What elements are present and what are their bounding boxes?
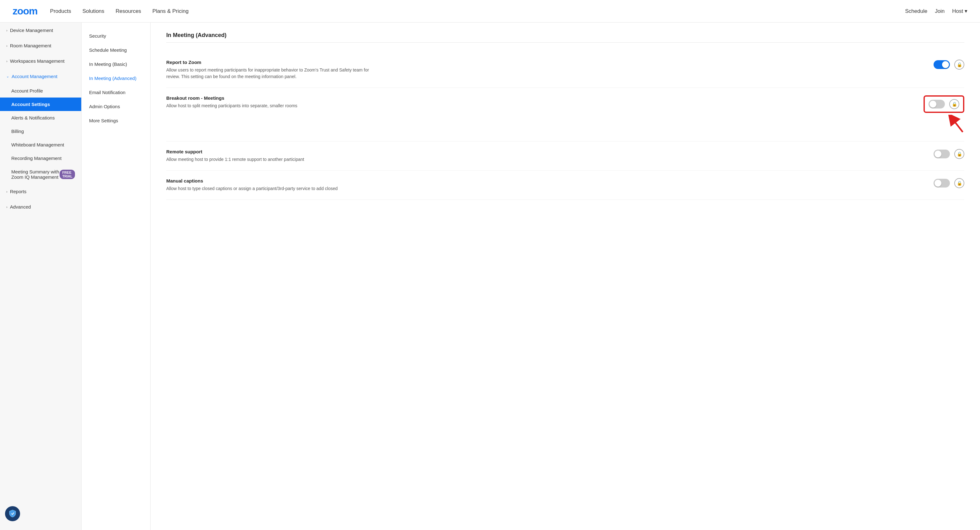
sidebar: › Device Management › Room Management › …	[0, 22, 81, 530]
breakout-room-highlight-box: 🔒	[924, 95, 964, 113]
chevron-icon: ›	[6, 190, 8, 194]
nav-products[interactable]: Products	[50, 8, 71, 14]
setting-controls-manual-captions: 🔒	[934, 178, 964, 188]
nav-plans-pricing[interactable]: Plans & Pricing	[153, 8, 189, 14]
setting-row-remote-support: Remote support Allow meeting host to pro…	[166, 141, 964, 171]
nav-right: Schedule Join Host ▾	[905, 8, 967, 14]
chevron-icon: ›	[6, 44, 8, 48]
setting-desc: Allow meeting host to provide 1:1 remote…	[166, 156, 380, 163]
setting-row-breakout-room: Breakout room - Meetings Allow host to s…	[166, 88, 964, 141]
mid-item-in-meeting-advanced[interactable]: In Meeting (Advanced)	[81, 71, 150, 85]
sidebar-child-badge-container: Meeting Summary with Zoom IQ Management …	[11, 169, 75, 180]
lock-icon-remote-support[interactable]: 🔒	[954, 149, 964, 159]
free-trial-badge: FREE TRIAL	[60, 170, 75, 179]
mid-item-admin-options[interactable]: Admin Options	[81, 99, 150, 114]
setting-desc: Allow host to type closed captions or as…	[166, 185, 380, 192]
sidebar-item-label: Workspaces Management	[10, 58, 65, 63]
mid-column: Security Schedule Meeting In Meeting (Ba…	[81, 22, 151, 530]
mid-item-more-settings[interactable]: More Settings	[81, 114, 150, 128]
sidebar-item-label: Reports	[10, 189, 27, 194]
setting-name: Manual captions	[166, 178, 380, 184]
mid-item-security[interactable]: Security	[81, 29, 150, 43]
setting-controls-remote-support: 🔒	[934, 149, 964, 159]
sidebar-item-label: Account Management	[12, 74, 57, 79]
nav-schedule[interactable]: Schedule	[905, 8, 927, 14]
meeting-summary-label: Meeting Summary with Zoom IQ Management	[11, 169, 60, 180]
sidebar-item-account-profile[interactable]: Account Profile	[0, 84, 81, 98]
nav-links: Products Solutions Resources Plans & Pri…	[50, 8, 905, 14]
sidebar-item-device-management[interactable]: › Device Management	[0, 22, 81, 38]
sidebar-item-billing[interactable]: Billing	[0, 124, 81, 138]
sidebar-item-advanced[interactable]: › Advanced	[0, 199, 81, 214]
setting-info-report-to-zoom: Report to Zoom Allow users to report mee…	[166, 60, 380, 80]
sidebar-item-account-management[interactable]: ⌄ Account Management	[0, 69, 81, 84]
chevron-icon: ›	[6, 205, 8, 209]
toggle-manual-captions[interactable]	[934, 179, 950, 187]
section-title: In Meeting (Advanced)	[166, 32, 964, 43]
mid-item-schedule-meeting[interactable]: Schedule Meeting	[81, 43, 150, 57]
nav-join[interactable]: Join	[935, 8, 945, 14]
toggle-knob	[934, 151, 942, 157]
chevron-icon: ›	[6, 29, 8, 32]
toggle-report-to-zoom[interactable]	[934, 60, 950, 69]
lock-icon-breakout-room[interactable]: 🔒	[949, 99, 959, 109]
main-layout: › Device Management › Room Management › …	[0, 22, 980, 530]
lock-icon-manual-captions[interactable]: 🔒	[954, 178, 964, 188]
sidebar-section-reports: › Reports	[0, 184, 81, 199]
sidebar-item-meeting-summary[interactable]: Meeting Summary with Zoom IQ Management …	[0, 165, 81, 184]
red-arrow-container	[945, 115, 964, 133]
sidebar-section-workspaces: › Workspaces Management	[0, 53, 81, 69]
sidebar-item-label: Advanced	[10, 204, 31, 209]
security-shield-badge[interactable]	[5, 506, 20, 521]
toggle-knob	[929, 101, 936, 108]
main-content: In Meeting (Advanced) Report to Zoom All…	[151, 22, 980, 530]
sidebar-section-account: ⌄ Account Management Account Profile Acc…	[0, 69, 81, 184]
setting-info-manual-captions: Manual captions Allow host to type close…	[166, 178, 380, 192]
nav-resources[interactable]: Resources	[116, 8, 141, 14]
setting-controls-report-to-zoom: 🔒	[934, 60, 964, 70]
mid-item-in-meeting-basic[interactable]: In Meeting (Basic)	[81, 57, 150, 71]
chevron-down-icon: ⌄	[6, 74, 9, 78]
setting-info-remote-support: Remote support Allow meeting host to pro…	[166, 149, 380, 163]
zoom-logo[interactable]: zoom	[13, 5, 38, 17]
sidebar-item-workspaces-management[interactable]: › Workspaces Management	[0, 53, 81, 69]
sidebar-item-label: Device Management	[10, 28, 53, 33]
sidebar-item-whiteboard-management[interactable]: Whiteboard Management	[0, 138, 81, 151]
sidebar-section-room: › Room Management	[0, 38, 81, 53]
setting-row-report-to-zoom: Report to Zoom Allow users to report mee…	[166, 52, 964, 88]
toggle-remote-support[interactable]	[934, 149, 950, 159]
toggle-knob	[942, 61, 949, 68]
setting-desc: Allow host to split meeting participants…	[166, 103, 380, 109]
sidebar-section-advanced: › Advanced	[0, 199, 81, 214]
setting-name: Breakout room - Meetings	[166, 95, 380, 101]
sidebar-item-recording-management[interactable]: Recording Management	[0, 151, 81, 165]
sidebar-item-account-settings[interactable]: Account Settings	[0, 98, 81, 111]
svg-line-1	[952, 118, 963, 132]
sidebar-item-label: Room Management	[10, 43, 51, 48]
nav-host[interactable]: Host ▾	[952, 8, 967, 14]
sidebar-section-device: › Device Management	[0, 22, 81, 38]
sidebar-item-alerts-notifications[interactable]: Alerts & Notifications	[0, 111, 81, 124]
setting-name: Report to Zoom	[166, 60, 380, 65]
chevron-icon: ›	[6, 59, 8, 63]
sidebar-item-room-management[interactable]: › Room Management	[0, 38, 81, 53]
setting-info-breakout-room: Breakout room - Meetings Allow host to s…	[166, 95, 380, 109]
setting-desc: Allow users to report meeting participan…	[166, 67, 380, 80]
setting-row-manual-captions: Manual captions Allow host to type close…	[166, 171, 964, 200]
sidebar-item-reports[interactable]: › Reports	[0, 184, 81, 199]
lock-icon-report-to-zoom[interactable]: 🔒	[954, 60, 964, 70]
shield-icon	[9, 509, 16, 518]
nav-solutions[interactable]: Solutions	[83, 8, 105, 14]
red-arrow-icon	[945, 115, 964, 133]
top-nav: zoom Products Solutions Resources Plans …	[0, 0, 980, 22]
toggle-breakout-room[interactable]	[929, 100, 945, 108]
mid-item-email-notification[interactable]: Email Notification	[81, 85, 150, 99]
setting-name: Remote support	[166, 149, 380, 154]
toggle-knob	[934, 180, 942, 187]
